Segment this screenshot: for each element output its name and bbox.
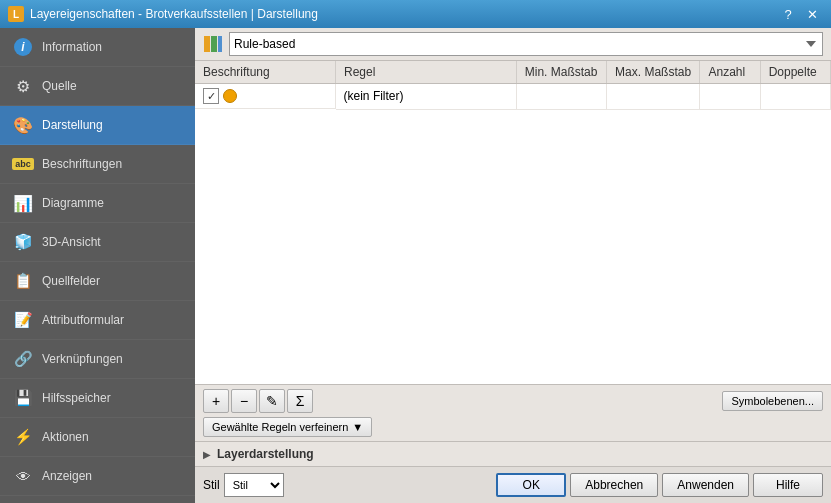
sidebar-item-beschriftungen[interactable]: abc Beschriftungen xyxy=(0,145,195,184)
sidebar-item-hilfsspeicher[interactable]: 💾 Hilfsspeicher xyxy=(0,379,195,418)
layer-section: ▶ Layerdarstellung xyxy=(195,441,831,466)
actions-icon: ⚡ xyxy=(12,426,34,448)
help-button[interactable]: ? xyxy=(777,4,799,24)
sidebar-item-label: Verknüpfungen xyxy=(42,352,123,366)
sigma-button[interactable]: Σ xyxy=(287,389,313,413)
help-button[interactable]: Hilfe xyxy=(753,473,823,497)
table-area: Beschriftung Regel Min. Maßstab Max. Maß… xyxy=(195,61,831,384)
renderer-select[interactable]: Rule-based xyxy=(229,32,823,56)
row-doppelte xyxy=(760,84,830,110)
col-beschriftung: Beschriftung xyxy=(195,61,336,84)
row-regel: (kein Filter) xyxy=(336,84,517,110)
titlebar-controls: ? ✕ xyxy=(777,4,823,24)
svg-rect-0 xyxy=(204,36,210,52)
app-icon: L xyxy=(8,6,24,22)
layer-arrow: ▶ xyxy=(203,449,211,460)
svg-rect-1 xyxy=(211,36,217,52)
link-icon: 🔗 xyxy=(12,348,34,370)
sidebar-item-label: Quelle xyxy=(42,79,77,93)
add-rule-button[interactable]: + xyxy=(203,389,229,413)
col-regel: Regel xyxy=(336,61,517,84)
sidebar-item-information[interactable]: i Information xyxy=(0,28,195,67)
sidebar-item-label: Anzeigen xyxy=(42,469,92,483)
row-checkbox-cell[interactable] xyxy=(195,84,336,109)
rules-table: Beschriftung Regel Min. Maßstab Max. Maß… xyxy=(195,61,831,110)
sidebar-item-label: Darstellung xyxy=(42,118,103,132)
toolbar-row2: Gewählte Regeln verfeinern ▼ xyxy=(203,417,823,437)
main-layout: i Information ⚙ Quelle 🎨 Darstellung abc… xyxy=(0,28,831,503)
3d-icon: 🧊 xyxy=(12,231,34,253)
table-row: (kein Filter) xyxy=(195,84,831,110)
sidebar-item-diagramme[interactable]: 📊 Diagramme xyxy=(0,184,195,223)
refine-button[interactable]: Gewählte Regeln verfeinern ▼ xyxy=(203,417,372,437)
sidebar: i Information ⚙ Quelle 🎨 Darstellung abc… xyxy=(0,28,195,503)
sidebar-item-quellfelder[interactable]: 📋 Quellfelder xyxy=(0,262,195,301)
refine-arrow: ▼ xyxy=(352,421,363,433)
sidebar-item-label: Information xyxy=(42,40,102,54)
symbol-levels-button[interactable]: Symbolebenen... xyxy=(722,391,823,411)
sidebar-item-label: Hilfsspeicher xyxy=(42,391,111,405)
col-anzahl: Anzahl xyxy=(700,61,760,84)
info-icon: i xyxy=(12,36,34,58)
abc-icon: abc xyxy=(12,153,34,175)
row-anzahl xyxy=(700,84,760,110)
layer-header[interactable]: ▶ Layerdarstellung xyxy=(203,447,823,461)
svg-rect-2 xyxy=(218,36,222,52)
temp-icon: 💾 xyxy=(12,387,34,409)
footer: Stil Stil OK Abbrechen Anwenden Hilfe xyxy=(195,466,831,503)
footer-right: OK Abbrechen Anwenden Hilfe xyxy=(496,473,823,497)
titlebar-title: Layereigenschaften - Brotverkaufsstellen… xyxy=(30,7,777,21)
rule-based-icon xyxy=(203,34,223,54)
sidebar-item-label: 3D-Ansicht xyxy=(42,235,101,249)
sidebar-item-label: Aktionen xyxy=(42,430,89,444)
style-select[interactable]: Stil xyxy=(224,473,284,497)
sidebar-item-label: Diagramme xyxy=(42,196,104,210)
sidebar-item-aktionen[interactable]: ⚡ Aktionen xyxy=(0,418,195,457)
sidebar-item-verknuepfungen[interactable]: 🔗 Verknüpfungen xyxy=(0,340,195,379)
sidebar-item-label: Quellfelder xyxy=(42,274,100,288)
sidebar-item-label: Beschriftungen xyxy=(42,157,122,171)
refine-label: Gewählte Regeln verfeinern xyxy=(212,421,348,433)
dropdown-bar: Rule-based xyxy=(195,28,831,61)
form-icon: 📝 xyxy=(12,309,34,331)
row-max xyxy=(607,84,700,110)
row-checkbox[interactable] xyxy=(203,88,219,104)
col-max-massstab: Max. Maßstab xyxy=(607,61,700,84)
sidebar-item-attributformular[interactable]: 📝 Attributformular xyxy=(0,301,195,340)
titlebar: L Layereigenschaften - Brotverkaufsstell… xyxy=(0,0,831,28)
chart-icon: 📊 xyxy=(12,192,34,214)
sidebar-item-anzeigen[interactable]: 👁 Anzeigen xyxy=(0,457,195,496)
close-button[interactable]: ✕ xyxy=(801,4,823,24)
layer-label: Layerdarstellung xyxy=(217,447,314,461)
row-min xyxy=(516,84,606,110)
toolbar-row1: + − ✎ Σ Symbolebenen... xyxy=(203,389,823,413)
sidebar-item-3d-ansicht[interactable]: 🧊 3D-Ansicht xyxy=(0,223,195,262)
bottom-toolbar: + − ✎ Σ Symbolebenen... Gewählte Regeln … xyxy=(195,384,831,441)
sidebar-item-quelle[interactable]: ⚙ Quelle xyxy=(0,67,195,106)
sidebar-item-darstellung[interactable]: 🎨 Darstellung xyxy=(0,106,195,145)
col-doppelte: Doppelte xyxy=(760,61,830,84)
fields-icon: 📋 xyxy=(12,270,34,292)
col-min-massstab: Min. Maßstab xyxy=(516,61,606,84)
gear-icon: ⚙ xyxy=(12,75,34,97)
footer-left: Stil Stil xyxy=(203,473,284,497)
display-icon: 👁 xyxy=(12,465,34,487)
cancel-button[interactable]: Abbrechen xyxy=(570,473,658,497)
palette-icon: 🎨 xyxy=(12,114,34,136)
remove-rule-button[interactable]: − xyxy=(231,389,257,413)
apply-button[interactable]: Anwenden xyxy=(662,473,749,497)
color-indicator xyxy=(223,89,237,103)
edit-rule-button[interactable]: ✎ xyxy=(259,389,285,413)
ok-button[interactable]: OK xyxy=(496,473,566,497)
style-label: Stil xyxy=(203,478,220,492)
content-area: Rule-based Beschriftung Regel Min. Maßst… xyxy=(195,28,831,503)
sidebar-item-label: Attributformular xyxy=(42,313,124,327)
